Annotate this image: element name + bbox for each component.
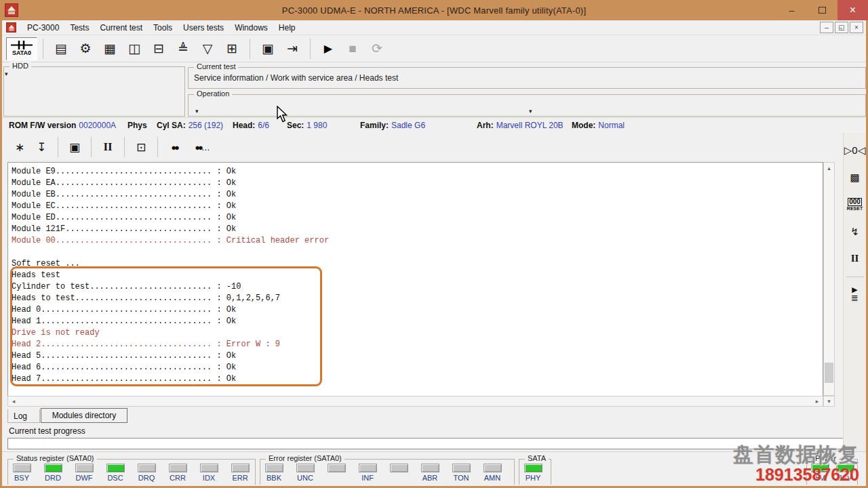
minimize-button[interactable]: – xyxy=(776,0,807,20)
pause-side-icon[interactable]: II xyxy=(845,248,865,268)
log-line: Soft reset ... xyxy=(12,258,329,270)
sata0-port-button[interactable]: SATA0 xyxy=(6,37,37,60)
toolbar-separator xyxy=(43,39,43,59)
power-group: Power 5V 12V xyxy=(806,459,858,485)
vertical-scroll-thumb[interactable] xyxy=(825,363,833,383)
log-line: Head 2..................................… xyxy=(12,339,329,350)
mdi-child-icon[interactable] xyxy=(6,22,16,33)
menu-help[interactable]: Help xyxy=(273,22,301,34)
led-drd: DRD xyxy=(43,464,62,482)
test-log-view[interactable]: Module E9...............................… xyxy=(7,162,823,396)
mdi-minimize-button[interactable]: – xyxy=(820,22,833,33)
led-indicator xyxy=(138,464,156,472)
rom-chip-side-icon[interactable]: ▩ xyxy=(845,167,865,187)
pause-log-icon[interactable]: II xyxy=(97,137,119,157)
mdi-close-button[interactable]: × xyxy=(850,22,863,33)
log-line: Head 5..................................… xyxy=(12,350,329,362)
modules-table-icon[interactable]: ⊞ xyxy=(220,38,244,60)
service-area-icon[interactable]: ⊟ xyxy=(146,38,171,60)
test-loop-icon[interactable]: ⟳ xyxy=(365,38,389,60)
pcb-resources-icon[interactable]: ◫ xyxy=(122,38,146,60)
drive-family: Family:Sadle G6 xyxy=(360,121,425,130)
log-lines: Module E9...............................… xyxy=(12,166,329,385)
scroll-down-icon[interactable]: ▾ xyxy=(823,396,835,407)
current-test-value: Service information / Work with service … xyxy=(194,73,398,83)
ata-zero-icon[interactable]: ▷0◁ xyxy=(845,140,865,160)
right-toolbar: ▷0◁ ▩ 000 RESET ↯ II ▶ ≣ xyxy=(843,133,866,451)
led-inf: INF xyxy=(358,464,377,482)
hdd-dropdown-icon[interactable]: ▾ xyxy=(5,70,8,77)
utility-log-icon[interactable]: ▤ xyxy=(49,38,73,60)
toolbar-separator xyxy=(91,137,92,157)
scroll-right-icon[interactable]: ▸ xyxy=(812,396,823,406)
reset-counter-icon[interactable]: 000 RESET xyxy=(845,194,865,214)
rom-chip-icon[interactable]: ▦ xyxy=(98,38,122,60)
led-indicator xyxy=(75,464,94,472)
utility-settings-icon[interactable]: ⚙ xyxy=(73,38,98,60)
main-toolbar: SATA0 ▤ ⚙ ▦ ◫ ⊟ ≜ ▽ ⊞ ▣ ⇥ ▶ ■ ⟳ xyxy=(2,35,866,62)
save-log-icon[interactable]: ▣ xyxy=(64,137,85,157)
led-abr: ABR xyxy=(420,464,439,482)
led-phy: PHY xyxy=(524,464,542,482)
led-5v: 5V xyxy=(811,464,829,482)
hdd-group-label: HDD xyxy=(9,62,31,70)
menu-windows[interactable]: Windows xyxy=(229,22,273,34)
led-indicator xyxy=(328,464,346,472)
stop-test-icon[interactable]: ■ xyxy=(340,38,365,60)
led-indicator xyxy=(106,464,125,472)
window-title: PC-3000 UDMA-E - NORTH AMERICA - [WDC Ma… xyxy=(0,5,868,16)
find-icon[interactable]: ●● xyxy=(163,137,185,157)
cascade-windows-icon[interactable]: ▣ xyxy=(256,38,280,60)
menu-users-tests[interactable]: Users tests xyxy=(178,22,229,34)
toolbar-separator xyxy=(846,277,864,277)
drive-status-row: ROM F/W version0020000A Phys Cyl SA:256 … xyxy=(2,117,866,133)
heads-test-icon[interactable]: ≜ xyxy=(171,38,195,60)
start-script-icon[interactable]: ▶ ≣ xyxy=(845,284,865,304)
menu-bar: PC-3000 Tests Current test Tools Users t… xyxy=(2,20,866,35)
menu-tests[interactable]: Tests xyxy=(64,22,94,34)
led-amn: AMN xyxy=(483,464,502,482)
tab-log[interactable]: Log xyxy=(7,409,40,423)
led-blank xyxy=(327,464,346,482)
led-indicator xyxy=(13,464,31,472)
find-next-icon[interactable]: ●●… xyxy=(191,137,212,157)
operation-dropdown-icon[interactable]: ▾ xyxy=(195,108,199,115)
progress-label: Current test progress xyxy=(9,426,85,436)
toolbar-separator xyxy=(310,39,311,59)
run-test-icon[interactable]: ▶ xyxy=(316,38,340,60)
copy-log-icon[interactable]: ⊡ xyxy=(130,137,152,157)
exit-utility-icon[interactable]: ⇥ xyxy=(280,38,304,60)
maximize-button[interactable] xyxy=(807,0,837,20)
power-group-label: Power xyxy=(812,454,839,462)
scroll-left-icon[interactable]: ◂ xyxy=(8,396,19,406)
toolbar-separator xyxy=(124,137,125,157)
sata-connector-icon xyxy=(11,41,33,49)
sector-count: Sec:1 980 xyxy=(287,121,327,130)
led-dsc: DSC xyxy=(106,464,125,482)
led-indicator xyxy=(359,464,377,472)
scroll-up-icon[interactable]: ▴ xyxy=(824,163,834,174)
led-ton: TON xyxy=(452,464,471,482)
rom-fw-version: ROM F/W version0020000A xyxy=(9,121,116,130)
log-vertical-scrollbar[interactable]: ▴ xyxy=(823,162,835,396)
error-register-label: Error register (SATA0) xyxy=(266,454,344,462)
save-log-as-icon[interactable]: ↧ xyxy=(31,137,52,157)
close-button[interactable]: × xyxy=(837,0,868,20)
menu-tools[interactable]: Tools xyxy=(148,22,178,34)
head-count: Head:6/6 xyxy=(233,121,269,130)
log-line: Drive is not ready xyxy=(12,327,329,339)
log-line: Heads test xyxy=(12,270,329,281)
new-log-icon[interactable]: ∗ xyxy=(9,137,31,157)
mdi-restore-button[interactable]: ◱ xyxy=(835,22,848,33)
log-horizontal-scrollbar[interactable]: ◂ ▸ xyxy=(7,396,823,407)
tab-modules-directory[interactable]: Modules directory xyxy=(41,408,127,423)
menu-pc3000[interactable]: PC-3000 xyxy=(22,22,64,34)
log-line: Module 121F.............................… xyxy=(12,224,329,235)
menu-current-test[interactable]: Current test xyxy=(94,22,148,34)
power-relay-icon[interactable]: ↯ xyxy=(845,221,865,241)
current-test-progressbar xyxy=(7,438,865,449)
sata-group-label: SATA xyxy=(525,454,549,462)
operation-dropdown2-icon[interactable]: ▾ xyxy=(529,108,532,115)
format-icon[interactable]: ▽ xyxy=(195,38,220,60)
current-test-groupbox: Current test Service information / Work … xyxy=(188,67,866,89)
